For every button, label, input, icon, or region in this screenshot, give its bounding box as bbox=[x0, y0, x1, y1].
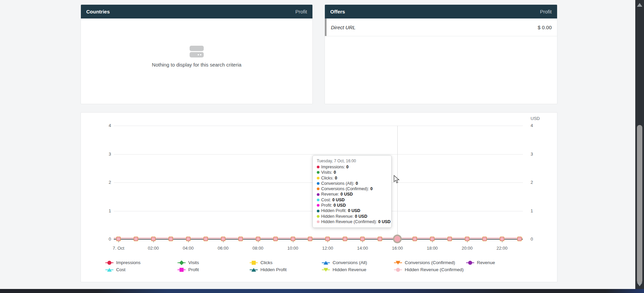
y-axis-label-right: 4 bbox=[531, 123, 533, 128]
data-point-marker[interactable] bbox=[500, 237, 504, 241]
data-point-marker[interactable] bbox=[465, 237, 469, 241]
legend-item-hidden-revenue-confirmed[interactable]: Hidden Revenue (Confirmed) bbox=[394, 267, 466, 272]
tooltip-metric-value: 0 USD bbox=[341, 192, 353, 197]
legend-marker bbox=[105, 267, 113, 272]
legend-item-hidden-profit[interactable]: Hidden Profit bbox=[250, 267, 322, 272]
series-bullet-icon bbox=[317, 166, 319, 168]
tooltip-metric-label: Impressions: bbox=[321, 164, 345, 170]
chart-legend: ImpressionsVisitsClicksConversions (All)… bbox=[105, 259, 538, 273]
data-point-marker[interactable] bbox=[378, 237, 382, 241]
data-point-marker[interactable] bbox=[151, 237, 155, 241]
tooltip-metric-value: 0 bbox=[346, 164, 349, 170]
data-point-marker[interactable] bbox=[204, 237, 208, 241]
circle-marker-icon bbox=[468, 261, 472, 265]
data-point-marker[interactable] bbox=[360, 237, 364, 241]
y-axis-label-right: 1 bbox=[531, 208, 533, 213]
scroll-up-arrow-icon[interactable] bbox=[637, 3, 642, 7]
legend-label: Visits bbox=[188, 260, 199, 265]
data-point-marker[interactable] bbox=[186, 237, 190, 241]
triangle-up-marker-icon bbox=[107, 268, 112, 271]
countries-panel-header: Countries Profit bbox=[81, 5, 312, 18]
data-point-marker[interactable] bbox=[239, 237, 243, 241]
legend-label: Conversions (Confirmed) bbox=[405, 260, 455, 265]
offers-metric-column: Profit bbox=[540, 9, 552, 14]
legend-item-profit[interactable]: Profit bbox=[178, 267, 250, 272]
y-axis-label-left: 4 bbox=[100, 123, 111, 128]
legend-marker bbox=[178, 260, 186, 265]
data-point-marker[interactable] bbox=[430, 237, 434, 241]
legend-marker bbox=[178, 267, 186, 272]
data-point-marker[interactable] bbox=[116, 237, 120, 241]
x-axis-line bbox=[114, 239, 523, 240]
y-gridline bbox=[114, 126, 523, 126]
legend-item-visits[interactable]: Visits bbox=[178, 260, 250, 265]
data-point-marker[interactable] bbox=[291, 237, 295, 241]
scrollbar-thumb[interactable] bbox=[637, 125, 642, 284]
y-gridline bbox=[114, 154, 523, 155]
x-axis-label: 20:00 bbox=[462, 246, 473, 251]
offers-panel-title: Offers bbox=[330, 9, 345, 14]
tooltip-metric-label: Hidden Profit: bbox=[321, 208, 347, 213]
legend-row: CostProfitHidden ProfitHidden RevenueHid… bbox=[105, 266, 538, 273]
circle-marker-icon bbox=[107, 261, 111, 265]
legend-label: Conversions (All) bbox=[333, 260, 367, 265]
y-axis-label-right: 2 bbox=[531, 180, 533, 185]
data-point-marker[interactable] bbox=[483, 237, 487, 241]
data-point-marker[interactable] bbox=[326, 237, 330, 241]
series-bullet-icon bbox=[317, 182, 319, 185]
offers-panel: Offers Profit Direct URL $ 0.00 bbox=[325, 4, 557, 104]
legend-item-cost[interactable]: Cost bbox=[105, 267, 178, 272]
data-point-marker[interactable] bbox=[517, 237, 522, 241]
legend-label: Hidden Revenue (Confirmed) bbox=[405, 267, 464, 272]
data-point-marker[interactable] bbox=[169, 237, 173, 241]
offer-name: Direct URL bbox=[331, 25, 355, 30]
data-point-marker[interactable] bbox=[343, 237, 347, 241]
x-axis-label: 06:00 bbox=[217, 246, 229, 251]
tooltip-metric-row: Conversions (All):0 bbox=[317, 181, 387, 186]
legend-label: Clicks bbox=[260, 260, 273, 265]
tooltip-metric-value: 0 bbox=[370, 186, 373, 192]
countries-empty-state: Nothing to display for this search crite… bbox=[81, 18, 312, 104]
x-axis-label: 16:00 bbox=[392, 246, 403, 251]
series-bullet-icon bbox=[317, 215, 319, 218]
tooltip-metric-label: Revenue: bbox=[321, 192, 339, 197]
series-bullet-icon bbox=[317, 220, 319, 223]
right-axis-title: USD bbox=[531, 116, 540, 121]
scroll-down-arrow-icon[interactable] bbox=[637, 283, 642, 286]
circle-marker-icon bbox=[396, 268, 400, 272]
legend-item-clicks[interactable]: Clicks bbox=[250, 260, 322, 265]
legend-label: Cost bbox=[116, 267, 126, 272]
legend-item-hidden-revenue[interactable]: Hidden Revenue bbox=[322, 267, 394, 272]
data-point-marker[interactable] bbox=[308, 237, 312, 241]
hovered-point-marker[interactable] bbox=[393, 235, 402, 243]
legend-marker bbox=[466, 260, 474, 265]
data-point-marker[interactable] bbox=[256, 237, 260, 241]
tooltip-metric-label: Visits: bbox=[321, 170, 332, 175]
y-axis-label-left: 1 bbox=[100, 208, 111, 213]
tooltip-metric-label: Hidden Revenue: bbox=[321, 214, 354, 219]
tooltip-metric-value: 0 USD bbox=[355, 214, 367, 219]
legend-marker bbox=[394, 267, 402, 272]
tooltip-metric-label: Hidden Revenue (Confirmed): bbox=[321, 219, 377, 224]
vertical-scrollbar[interactable] bbox=[635, 0, 644, 289]
y-axis-label-left: 3 bbox=[100, 152, 111, 157]
legend-item-conversions-confirmed[interactable]: Conversions (Confirmed) bbox=[394, 260, 466, 265]
series-bullet-icon bbox=[317, 171, 319, 174]
legend-item-conversions-all[interactable]: Conversions (All) bbox=[322, 260, 394, 265]
mouse-cursor bbox=[393, 175, 401, 184]
data-point-marker[interactable] bbox=[274, 237, 278, 241]
chart-tooltip: Tuesday, 7 Oct, 16:00 Impressions:0Visit… bbox=[312, 155, 392, 228]
data-point-marker[interactable] bbox=[413, 237, 417, 241]
tooltip-metric-row: Conversions (Confirmed):0 bbox=[317, 186, 387, 192]
tooltip-metric-row: Hidden Revenue (Confirmed):0 USD bbox=[317, 219, 387, 224]
y-axis-label-right: 0 bbox=[531, 237, 533, 242]
legend-item-impressions[interactable]: Impressions bbox=[105, 260, 178, 265]
legend-item-revenue[interactable]: Revenue bbox=[466, 260, 538, 265]
data-point-marker[interactable] bbox=[448, 237, 452, 241]
offers-row-direct-url[interactable]: Direct URL $ 0.00 bbox=[325, 18, 557, 36]
offer-profit-value: $ 0.00 bbox=[538, 25, 552, 30]
tooltip-metric-label: Cost: bbox=[321, 197, 331, 203]
data-point-marker[interactable] bbox=[134, 237, 138, 241]
countries-panel-title: Countries bbox=[86, 9, 110, 14]
data-point-marker[interactable] bbox=[221, 237, 225, 241]
